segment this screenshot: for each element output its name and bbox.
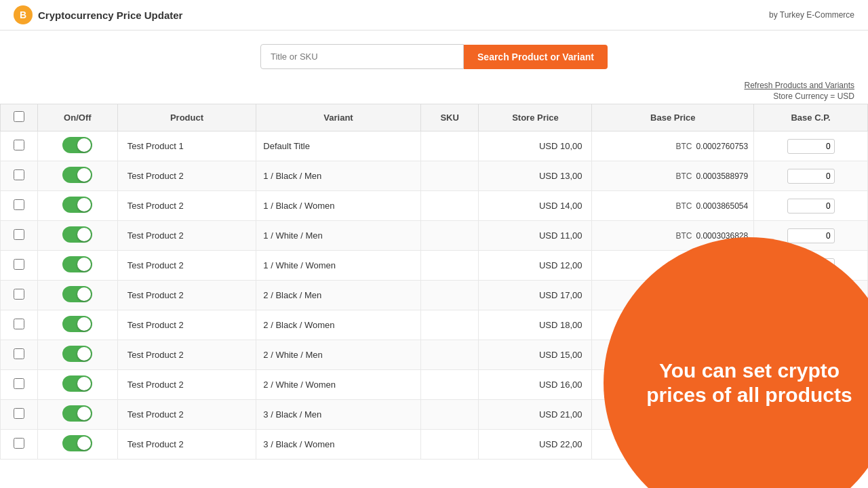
- row-toggle-cell: [38, 430, 118, 460]
- row-toggle[interactable]: [62, 286, 92, 302]
- row-checkbox[interactable]: [14, 169, 24, 180]
- row-sku: [420, 400, 479, 430]
- table-row: Test Product 21 / Black / MenUSD 13,00BT…: [1, 161, 868, 191]
- row-toggle-cell: [38, 400, 118, 430]
- search-button[interactable]: Search Product or Variant: [464, 45, 608, 69]
- row-toggle-cell: [38, 161, 118, 191]
- row-checkbox-cell: [1, 191, 38, 221]
- row-sku: [420, 310, 479, 340]
- row-variant-name: 3 / Black / Women: [256, 430, 420, 460]
- row-base-price: BTC0.0002760753: [592, 131, 754, 161]
- col-on-off: On/Off: [38, 104, 118, 131]
- row-product-name: Test Product 2: [117, 430, 256, 460]
- row-checkbox-cell: [1, 340, 38, 370]
- base-price-currency: BTC: [675, 171, 692, 181]
- row-variant-name: Default Title: [256, 131, 420, 161]
- row-store-price: USD 16,00: [479, 370, 592, 400]
- row-checkbox-cell: [1, 131, 38, 161]
- row-variant-name: 2 / White / Women: [256, 370, 420, 400]
- row-checkbox[interactable]: [14, 259, 24, 270]
- row-toggle-cell: [38, 370, 118, 400]
- row-checkbox[interactable]: [14, 140, 24, 150]
- row-checkbox[interactable]: [14, 378, 24, 389]
- row-toggle-cell: [38, 131, 118, 161]
- row-base-price: BTC0.0003588979: [592, 161, 754, 191]
- search-input[interactable]: [260, 44, 464, 69]
- row-checkbox[interactable]: [14, 319, 24, 329]
- table-row: Test Product 1Default TitleUSD 10,00BTC0…: [1, 131, 868, 161]
- row-toggle-cell: [38, 310, 118, 340]
- col-base-cp: Base C.P.: [754, 104, 868, 131]
- refresh-area: Refresh Products and Variants Store Curr…: [0, 76, 868, 104]
- row-store-price: USD 10,00: [479, 131, 592, 161]
- base-price-value: 0.0003588979: [696, 171, 748, 181]
- row-product-name: Test Product 2: [117, 251, 256, 281]
- row-product-name: Test Product 2: [117, 340, 256, 370]
- row-base-cp: [754, 161, 868, 191]
- base-cp-input[interactable]: [787, 139, 835, 154]
- row-product-name: Test Product 2: [117, 400, 256, 430]
- col-checkbox: [1, 104, 38, 131]
- row-variant-name: 3 / Black / Men: [256, 400, 420, 430]
- row-sku: [420, 430, 479, 460]
- row-variant-name: 1 / White / Women: [256, 251, 420, 281]
- col-sku: SKU: [420, 104, 479, 131]
- col-base-price: Base Price: [592, 104, 754, 131]
- row-store-price: USD 12,00: [479, 251, 592, 281]
- row-sku: [420, 281, 479, 310]
- row-sku: [420, 251, 479, 281]
- row-checkbox[interactable]: [14, 199, 24, 210]
- row-toggle[interactable]: [62, 256, 92, 272]
- row-store-price: USD 18,00: [479, 310, 592, 340]
- row-checkbox-cell: [1, 430, 38, 460]
- row-store-price: USD 17,00: [479, 281, 592, 310]
- row-checkbox-cell: [1, 400, 38, 430]
- row-checkbox-cell: [1, 161, 38, 191]
- row-toggle[interactable]: [62, 346, 92, 362]
- base-cp-input[interactable]: [787, 199, 835, 214]
- base-cp-input[interactable]: [787, 228, 835, 243]
- row-sku: [420, 221, 479, 251]
- row-toggle[interactable]: [62, 316, 92, 332]
- row-product-name: Test Product 2: [117, 370, 256, 400]
- row-checkbox[interactable]: [14, 408, 24, 419]
- row-toggle[interactable]: [62, 375, 92, 392]
- row-toggle[interactable]: [62, 167, 92, 183]
- row-variant-name: 1 / Black / Women: [256, 191, 420, 221]
- row-sku: [420, 370, 479, 400]
- base-cp-input[interactable]: [787, 169, 835, 184]
- base-price-currency: BTC: [675, 201, 692, 211]
- row-base-cp: [754, 191, 868, 221]
- row-toggle[interactable]: [62, 405, 92, 422]
- row-store-price: USD 13,00: [479, 161, 592, 191]
- col-store-price: Store Price: [479, 104, 592, 131]
- select-all-checkbox[interactable]: [14, 111, 24, 122]
- row-product-name: Test Product 2: [117, 221, 256, 251]
- row-store-price: USD 15,00: [479, 340, 592, 370]
- row-checkbox[interactable]: [14, 229, 24, 240]
- row-toggle[interactable]: [62, 197, 92, 213]
- row-checkbox[interactable]: [14, 348, 24, 359]
- header-left: B Cryptocurrency Price Updater: [14, 5, 182, 24]
- row-product-name: Test Product 2: [117, 191, 256, 221]
- col-product: Product: [117, 104, 256, 131]
- search-area: Search Product or Variant: [0, 30, 868, 76]
- header-byline: by Turkey E-Commerce: [769, 10, 854, 20]
- row-checkbox-cell: [1, 281, 38, 310]
- row-sku: [420, 340, 479, 370]
- row-toggle-cell: [38, 191, 118, 221]
- base-price-value: 0.0003865054: [696, 201, 748, 211]
- row-sku: [420, 161, 479, 191]
- row-checkbox[interactable]: [14, 438, 24, 449]
- row-product-name: Test Product 1: [117, 131, 256, 161]
- row-checkbox[interactable]: [14, 289, 24, 300]
- table-header: On/Off Product Variant SKU Store Price B…: [1, 104, 868, 131]
- row-toggle[interactable]: [62, 137, 92, 153]
- promo-text: You can set crypto prices of all product…: [644, 359, 854, 407]
- row-variant-name: 2 / Black / Men: [256, 281, 420, 310]
- row-toggle[interactable]: [62, 226, 92, 243]
- row-toggle[interactable]: [62, 435, 92, 451]
- row-base-price: BTC0.0003865054: [592, 191, 754, 221]
- refresh-link[interactable]: Refresh Products and Variants: [744, 81, 854, 90]
- base-price-currency: BTC: [675, 142, 692, 151]
